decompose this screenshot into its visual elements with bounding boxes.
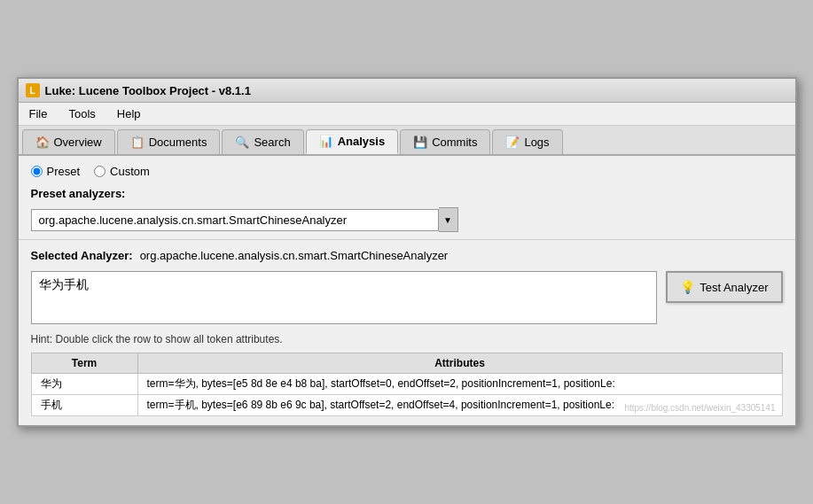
selected-analyzer-label: Selected Analyzer: (31, 249, 133, 262)
analyzer-dropdown-row: org.apache.lucene.analysis.cn.smart.Smar… (31, 207, 783, 232)
content-area: Preset Custom Preset analyzers: org.apac… (19, 156, 795, 425)
tab-bar: 🏠 Overview 📋 Documents 🔍 Search 📊 Analys… (19, 126, 795, 156)
term-cell: 华为 (31, 374, 137, 395)
menu-bar: File Tools Help (19, 103, 795, 126)
results-section: Term Attributes 华为 term=华为, bytes=[e5 8d… (31, 353, 783, 416)
analysis-input[interactable] (31, 271, 658, 324)
tab-analysis[interactable]: 📊 Analysis (306, 129, 398, 154)
main-window: L Luke: Lucene Toolbox Project - v8.1.1 … (17, 77, 797, 427)
tab-search[interactable]: 🔍 Search (222, 129, 303, 154)
analyzer-dropdown-box: org.apache.lucene.analysis.cn.smart.Smar… (31, 209, 439, 231)
app-icon: L (26, 83, 40, 97)
col-attributes: Attributes (137, 353, 782, 374)
window-title: Luke: Lucene Toolbox Project - v8.1.1 (45, 84, 251, 97)
hint-text: Hint: Double click the row to show all t… (31, 333, 783, 345)
table-row[interactable]: 华为 term=华为, bytes=[e5 8d 8e e4 b8 ba], s… (31, 374, 782, 395)
tab-search-label: Search (254, 136, 290, 149)
menu-help[interactable]: Help (113, 105, 145, 122)
custom-radio-label[interactable]: Custom (94, 165, 150, 178)
tab-analysis-label: Analysis (338, 135, 385, 148)
tab-logs[interactable]: 📝 Logs (492, 129, 562, 154)
selected-analyzer-value: org.apache.lucene.analysis.cn.smart.Smar… (140, 249, 449, 262)
attributes-cell: term=华为, bytes=[e5 8d 8e e4 b8 ba], star… (137, 374, 782, 395)
test-analyzer-button[interactable]: 💡 Test Analyzer (666, 271, 782, 303)
custom-radio[interactable] (94, 166, 106, 177)
preset-radio[interactable] (31, 166, 43, 177)
commits-icon: 💾 (413, 136, 427, 149)
overview-icon: 🏠 (35, 136, 50, 149)
logs-icon: 📝 (505, 136, 520, 149)
tab-logs-label: Logs (524, 136, 549, 149)
watermark: https://blog.csdn.net/weixin_43305141 (624, 403, 775, 413)
dropdown-arrow-btn[interactable]: ▼ (439, 207, 458, 232)
bottom-section: Selected Analyzer: org.apache.lucene.ana… (19, 240, 795, 425)
bulb-icon: 💡 (680, 280, 695, 294)
preset-label-text: Preset (47, 165, 81, 178)
preset-radio-label[interactable]: Preset (31, 165, 81, 178)
preset-analyzers-label: Preset analyzers: (31, 187, 783, 200)
test-button-label: Test Analyzer (700, 281, 768, 294)
analyzer-dropdown-value: org.apache.lucene.analysis.cn.smart.Smar… (39, 213, 348, 227)
tab-documents-label: Documents (149, 136, 207, 149)
menu-file[interactable]: File (26, 105, 51, 122)
tab-overview-label: Overview (54, 136, 102, 149)
tab-commits-label: Commits (432, 136, 477, 149)
tab-commits[interactable]: 💾 Commits (400, 129, 490, 154)
tab-documents[interactable]: 📋 Documents (117, 129, 221, 154)
custom-label-text: Custom (110, 165, 150, 178)
col-term: Term (31, 353, 137, 374)
search-icon: 🔍 (235, 136, 249, 149)
tab-overview[interactable]: 🏠 Overview (22, 129, 115, 154)
menu-tools[interactable]: Tools (65, 105, 98, 122)
documents-icon: 📋 (130, 136, 145, 149)
preset-section: Preset Custom Preset analyzers: org.apac… (19, 156, 795, 240)
title-bar: L Luke: Lucene Toolbox Project - v8.1.1 (19, 79, 795, 103)
analysis-icon: 📊 (319, 135, 333, 148)
input-button-row: 💡 Test Analyzer (31, 271, 783, 324)
term-cell: 手机 (31, 395, 137, 416)
analyzer-info-row: Selected Analyzer: org.apache.lucene.ana… (31, 249, 783, 262)
radio-row: Preset Custom (31, 165, 783, 178)
